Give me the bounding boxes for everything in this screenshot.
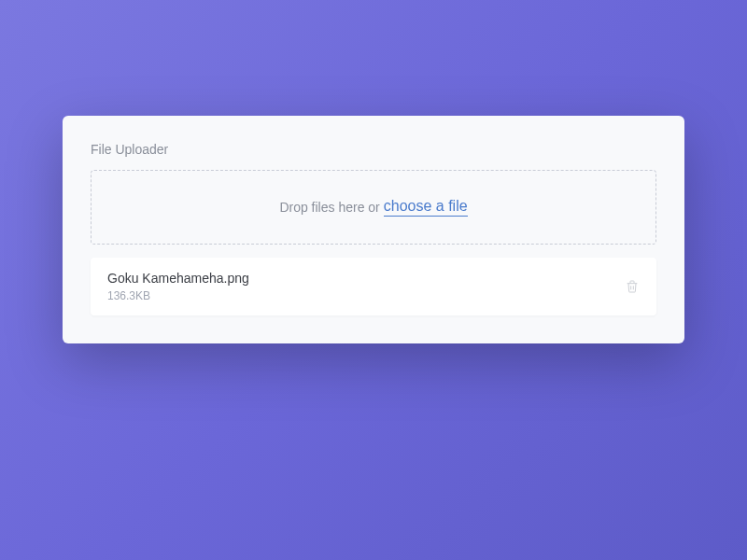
uploader-card: File Uploader Drop files here or choose … — [63, 116, 684, 343]
uploaded-file-row: Goku Kamehameha.png 136.3KB — [91, 258, 656, 315]
file-name: Goku Kamehameha.png — [107, 271, 249, 286]
uploader-title: File Uploader — [91, 142, 656, 157]
trash-icon[interactable] — [625, 278, 640, 295]
file-size: 136.3KB — [107, 289, 249, 302]
choose-file-link[interactable]: choose a file — [384, 198, 468, 217]
dropzone-text: Drop files here or — [279, 200, 379, 215]
file-info: Goku Kamehameha.png 136.3KB — [107, 271, 249, 302]
dropzone[interactable]: Drop files here or choose a file — [91, 170, 656, 245]
